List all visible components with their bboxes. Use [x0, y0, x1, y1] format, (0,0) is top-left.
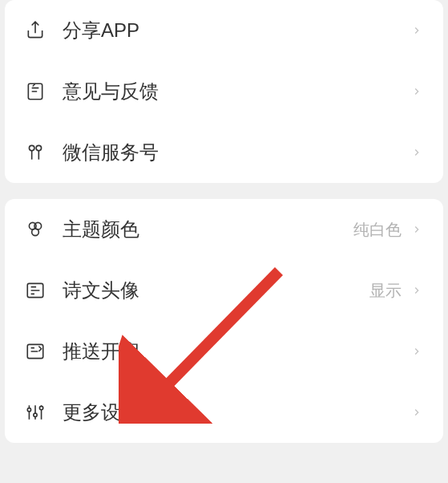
feedback-icon	[24, 80, 46, 103]
svg-point-1	[29, 145, 34, 151]
menu-group-1: 分享APP 意见与反馈 微信服务号	[5, 0, 443, 183]
chevron-right-icon	[410, 23, 424, 38]
menu-item-value: 显示	[369, 280, 402, 302]
chevron-right-icon	[410, 344, 424, 359]
menu-item-label: 微信服务号	[63, 140, 410, 165]
menu-item-poem-avatar[interactable]: 诗文头像 显示	[5, 260, 443, 321]
share-icon	[24, 19, 46, 42]
chevron-right-icon	[410, 222, 424, 237]
menu-item-theme-color[interactable]: 主题颜色 纯白色	[5, 199, 443, 260]
chevron-right-icon	[410, 84, 424, 99]
chevron-right-icon	[410, 283, 424, 298]
push-icon	[24, 340, 46, 363]
chevron-right-icon	[410, 145, 424, 160]
svg-point-5	[32, 229, 39, 236]
menu-group-2: 主题颜色 纯白色 诗文头像 显示 推送开启 更多设置	[5, 199, 443, 443]
menu-item-more-settings[interactable]: 更多设置	[5, 382, 443, 443]
menu-item-label: 推送开启	[63, 339, 410, 364]
wechat-icon	[24, 141, 46, 164]
menu-item-feedback[interactable]: 意见与反馈	[5, 61, 443, 122]
menu-item-share-app[interactable]: 分享APP	[5, 0, 443, 61]
menu-item-label: 更多设置	[63, 400, 410, 425]
menu-item-label: 诗文头像	[63, 278, 369, 303]
svg-point-8	[27, 408, 30, 412]
menu-item-label: 主题颜色	[63, 217, 353, 242]
chevron-right-icon	[410, 405, 424, 420]
settings-icon	[24, 401, 46, 424]
svg-point-10	[39, 406, 42, 409]
menu-item-value: 纯白色	[353, 219, 402, 241]
menu-item-wechat[interactable]: 微信服务号	[5, 122, 443, 183]
menu-item-push-enable[interactable]: 推送开启	[5, 321, 443, 382]
avatar-icon	[24, 279, 46, 302]
menu-item-label: 分享APP	[63, 18, 410, 43]
menu-item-label: 意见与反馈	[63, 79, 410, 104]
svg-point-2	[36, 145, 42, 151]
svg-point-9	[34, 413, 37, 416]
theme-icon	[24, 218, 46, 241]
